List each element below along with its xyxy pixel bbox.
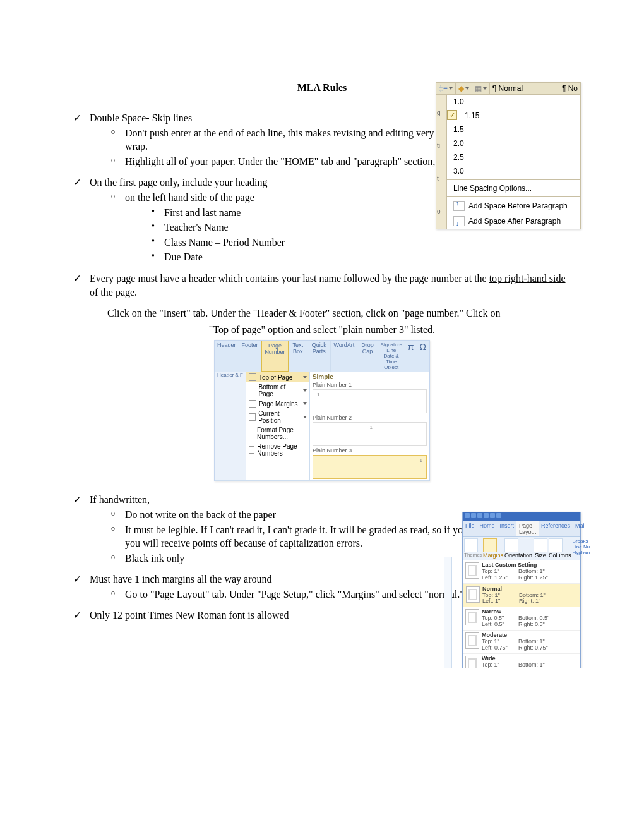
themes-label: Themes [464,552,482,558]
tab-page-layout[interactable]: Page Layout [516,521,539,536]
borders-icon[interactable]: ▦ [472,83,490,94]
spacing-option[interactable]: 3.0 [447,164,580,178]
spacing-option[interactable]: 2.5 [447,150,580,164]
chevron-right-icon [303,402,307,405]
figure-margins-menu: S File Home Insert Page Layout Reference… [462,512,581,668]
ribbon-button[interactable]: WordArt [331,341,357,372]
preview-plain-3[interactable]: 1 [313,455,427,479]
menu-current-position[interactable]: Current Position [246,409,309,425]
size-button[interactable] [534,538,547,552]
ribbon-button[interactable]: Footer [239,341,261,372]
shading-icon[interactable]: ◆ [456,83,472,94]
tab-mailings[interactable]: Mail [573,521,588,536]
preview-label: Plain Number 3 [310,447,429,454]
chevron-down-icon [483,87,487,90]
space-after-icon: ↓ [453,216,465,226]
preview-plain-1[interactable]: 1 [313,389,427,413]
hyphen-label[interactable]: Hyphen [573,550,590,555]
line-spacing-options[interactable]: Line Spacing Options... [447,181,580,195]
opt-label: Add Space After Paragraph [468,217,561,226]
style-no-spacing[interactable]: ¶ No [559,83,580,94]
bullet-item: Due Date [148,250,575,264]
linenum-label[interactable]: Line Nu [573,544,590,550]
ribbon-button[interactable]: Quick Parts [307,341,331,372]
symbol-icon[interactable]: Ω [417,341,429,372]
line-spacing-icon[interactable]: ‡≡ [436,83,456,94]
bullet-text: Teacher's Name [164,222,229,233]
preview-label: Plain Number 1 [310,382,429,388]
breaks-label[interactable]: Breaks [573,538,590,544]
rb-label: Orientation [504,552,532,559]
menu-page-margins[interactable]: Page Margins [246,399,309,409]
page-top-icon [249,373,256,381]
rule-text: Only 12 point Times New Roman font is al… [90,610,289,620]
opt-label: Add Space Before Paragraph [468,202,568,210]
tab-file[interactable]: File [463,521,477,536]
margin-preview-icon [466,586,480,603]
menu-top-of-page[interactable]: Top of Page [246,372,309,382]
lbl: Date & Time [384,353,399,365]
spacing-option[interactable]: 1.0 [447,95,580,109]
menu-format-page-numbers[interactable]: Format Page Numbers... [246,425,309,442]
equation-icon[interactable]: π [405,341,417,372]
mi-label: Top of Page [259,374,292,381]
mi-label: Remove Page Numbers [257,443,307,457]
menu-bottom-of-page[interactable]: Bottom of Page [246,382,309,399]
preview-plain-2[interactable]: 1 [313,422,427,446]
doc-edge: g ti t o [436,95,447,229]
tab-references[interactable]: References [539,521,573,536]
orientation-button[interactable] [504,538,518,552]
ribbon-button[interactable]: Text Box [289,341,307,372]
sub-text: on the left hand side of the page [125,192,254,203]
margin-option-moderate[interactable]: ModerateTop: 1"Bottom: 1"Left: 0.75"Righ… [463,631,580,654]
chevron-down-icon [449,87,453,90]
spacing-option-selected[interactable]: ✓1.15 [458,109,580,123]
rule-text: On the first page only, include your hea… [90,177,268,188]
tab-home[interactable]: Home [477,521,498,536]
bullet-text: Class Name – Period Number [164,237,285,248]
margin-option-wide[interactable]: WideTop: 1"Bottom: 1"Left: 2"Right: 2" [463,654,580,668]
themes-icon[interactable] [464,538,478,552]
spacing-option[interactable]: 2.0 [447,136,580,150]
rb-label: Size [535,552,546,559]
rule-text: If handwritten, [90,494,150,505]
ribbon-button[interactable]: Drop Cap [357,341,378,372]
mi-label: Page Margins [259,401,298,408]
sub-text: Black ink only [125,553,184,564]
page-bottom-icon [249,387,256,394]
margin-preview-icon [465,632,479,649]
margin-option-last-custom-setting[interactable]: Last Custom SettingTop: 1"Bottom: 1"Left… [463,560,580,584]
spacing-option[interactable]: 1.5 [447,123,580,136]
format-icon [249,430,254,437]
columns-button[interactable] [549,538,563,552]
rule-header-pagenum: Every page must have a header which cont… [69,272,575,299]
mi-label: Current Position [258,410,301,424]
ribbon-button-page-number[interactable]: Page Number [261,341,289,372]
chevron-right-icon [303,389,307,392]
edge-char: g [437,109,446,116]
margin-option-normal[interactable]: NormalTop: 1"Bottom: 1"Left: 1"Right: 1" [463,584,580,608]
space-before-icon: ↑ [453,201,465,211]
preview-label: Plain Number 2 [310,414,429,421]
tab-insert[interactable]: Insert [498,521,517,536]
margins-button[interactable] [483,538,497,552]
ribbon-button[interactable]: Header [215,341,239,372]
style-normal[interactable]: ¶ Normal [490,83,559,94]
bullet-text: First and last name [164,207,241,218]
add-space-after[interactable]: ↓Add Space After Paragraph [447,214,580,229]
ribbon-button[interactable]: Signature Line Date & Time Object [378,341,405,372]
sub-text: Go to "Page Layout" tab. Under "Page Set… [125,589,464,600]
instruction-line: "Top of page" option and select "plain n… [69,323,575,337]
lbl: Object [384,365,398,370]
margin-option-narrow[interactable]: NarrowTop: 0.5"Bottom: 0.5"Left: 0.5"Rig… [463,607,580,631]
window-titlebar [463,512,580,521]
page-margins-icon [249,400,256,408]
menu-remove-page-numbers[interactable]: Remove Page Numbers [246,442,309,458]
rb-label: Columns [549,552,571,559]
chevron-down-icon [465,87,469,90]
rule-text-b: of the page. [90,287,137,298]
bullet-text: Due Date [164,251,203,262]
mi-label: Format Page Numbers... [257,426,307,440]
edge-char: o [437,208,446,215]
add-space-before[interactable]: ↑Add Space Before Paragraph [447,198,580,214]
